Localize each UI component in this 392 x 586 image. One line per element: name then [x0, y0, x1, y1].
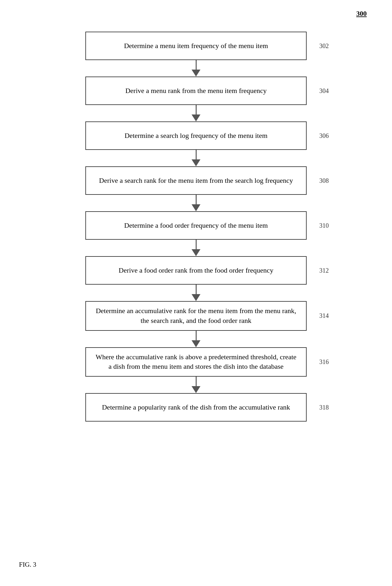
arrow-312: [192, 285, 200, 301]
step-box-310: Determine a food order frequency of the …: [85, 211, 307, 240]
arrow-316: [192, 377, 200, 393]
step-row-302: Determine a menu item frequency of the m…: [19, 32, 373, 60]
flowchart: Determine a menu item frequency of the m…: [19, 32, 373, 422]
step-row-306: Determine a search log frequency of the …: [19, 121, 373, 150]
step-label-314: 314: [319, 312, 329, 319]
step-box-306: Determine a search log frequency of the …: [85, 121, 307, 150]
step-box-318: Determine a popularity rank of the dish …: [85, 393, 307, 422]
step-row-312: Derive a food order rank from the food o…: [19, 256, 373, 285]
arrow-302: [192, 60, 200, 77]
arrow-306: [192, 150, 200, 166]
step-row-318: Determine a popularity rank of the dish …: [19, 393, 373, 422]
step-row-310: Determine a food order frequency of the …: [19, 211, 373, 240]
step-label-312: 312: [319, 267, 329, 274]
step-label-304: 304: [319, 87, 329, 95]
step-box-316: Where the accumulative rank is above a p…: [85, 347, 307, 377]
step-row-314: Determine an accumulative rank for the m…: [19, 301, 373, 331]
arrow-310: [192, 240, 200, 256]
step-box-308: Derive a search rank for the menu item f…: [85, 166, 307, 195]
step-box-314: Determine an accumulative rank for the m…: [85, 301, 307, 331]
step-label-310: 310: [319, 222, 329, 229]
arrow-314: [192, 331, 200, 347]
step-box-302: Determine a menu item frequency of the m…: [85, 32, 307, 60]
step-box-304: Derive a menu rank from the menu item fr…: [85, 77, 307, 105]
step-label-306: 306: [319, 132, 329, 139]
step-row-308: Derive a search rank for the menu item f…: [19, 166, 373, 195]
figure-number: 300: [356, 9, 367, 18]
step-box-312: Derive a food order rank from the food o…: [85, 256, 307, 285]
arrow-308: [192, 195, 200, 211]
step-row-316: Where the accumulative rank is above a p…: [19, 347, 373, 377]
step-label-318: 318: [319, 404, 329, 411]
arrow-304: [192, 105, 200, 121]
fig-caption: FIG. 3: [19, 561, 36, 569]
step-label-316: 316: [319, 358, 329, 366]
step-row-304: Derive a menu rank from the menu item fr…: [19, 77, 373, 105]
step-label-308: 308: [319, 177, 329, 184]
page: 300 Determine a menu item frequency of t…: [0, 0, 392, 586]
step-label-302: 302: [319, 42, 329, 50]
